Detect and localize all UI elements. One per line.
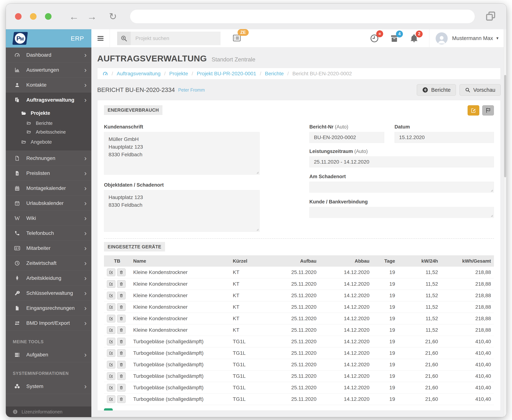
- sidebar-item-dashboard[interactable]: Dashboard ›: [6, 47, 91, 62]
- breadcrumb-projekt[interactable]: Projekt BU-PR-2020-0001: [197, 71, 256, 77]
- sidebar-item-urlaubskalender[interactable]: Urlaubskalender ›: [6, 196, 91, 211]
- sidebar-item-preislisten[interactable]: Preislisten ›: [6, 166, 91, 181]
- resize-grip-icon[interactable]: [256, 171, 259, 174]
- logo-letter-p: P: [16, 35, 21, 42]
- row-edit-button[interactable]: [107, 349, 115, 357]
- sidebar-item-angebote[interactable]: Angebote: [6, 136, 91, 148]
- device-abbau-cell: 14.12.2020: [319, 347, 372, 359]
- home-icon[interactable]: [103, 71, 108, 76]
- row-edit-button[interactable]: [107, 280, 115, 288]
- inbox-icon[interactable]: 4: [390, 34, 399, 43]
- back-to-berichte-button[interactable]: Berichte: [417, 84, 456, 96]
- row-delete-button[interactable]: [117, 269, 126, 276]
- row-delete-button[interactable]: [117, 338, 126, 345]
- bericht-nr-input[interactable]: [309, 132, 384, 143]
- add-device-button[interactable]: +: [104, 408, 113, 411]
- hamburger-menu-icon[interactable]: [91, 34, 110, 42]
- row-edit-button[interactable]: [107, 384, 115, 391]
- row-edit-button[interactable]: [107, 269, 115, 276]
- kunde-bankverbindung-textarea[interactable]: [309, 207, 494, 218]
- url-bar[interactable]: [130, 10, 475, 23]
- sidebar-item-auftragsverwaltung[interactable]: Auftragsverwaltung ›: [6, 92, 91, 107]
- sidebar-item-projekte[interactable]: Projekte: [6, 107, 91, 119]
- sidebar-item-aufgaben[interactable]: Aufgaben ›: [6, 347, 91, 362]
- maximize-window-button[interactable]: [45, 13, 52, 20]
- sidebar-item-system[interactable]: System ›: [6, 379, 91, 394]
- sidebar-item-kontakte[interactable]: Kontakte ›: [6, 77, 91, 92]
- sidebar-item-montagekalender[interactable]: Montagekalender ›: [6, 181, 91, 196]
- objektdaten-textarea[interactable]: Hauptplatz 123 8330 Feldbach: [104, 190, 260, 232]
- main: ZE: [91, 29, 506, 417]
- resize-grip-icon[interactable]: [256, 228, 259, 231]
- chevron-right-icon: ›: [84, 155, 87, 162]
- row-edit-button[interactable]: [107, 315, 115, 322]
- row-delete-button[interactable]: [117, 372, 126, 380]
- row-edit-button[interactable]: [107, 292, 115, 299]
- sidebar-footer-lizenzinformationen[interactable]: Lizenzinformationen: [6, 406, 91, 417]
- device-tage-cell: 19: [372, 324, 398, 336]
- sidebar-item-arbeitsscheine[interactable]: Arbeitsscheine: [6, 128, 91, 136]
- sidebar-item-zeitwirtschaft[interactable]: Zeitwirtschaft ›: [6, 256, 91, 271]
- device-abbau-cell: 14.12.2020: [319, 290, 372, 301]
- ze-time-entry-icon[interactable]: ZE: [232, 33, 241, 43]
- row-edit-button[interactable]: [107, 326, 115, 334]
- edit-report-button[interactable]: [467, 105, 479, 115]
- scrollbar-thumb[interactable]: [504, 75, 506, 177]
- sidebar-item-mitarbeiter[interactable]: Mitarbeiter ›: [6, 241, 91, 256]
- am-schadenort-textarea[interactable]: [309, 182, 494, 193]
- row-delete-button[interactable]: [117, 280, 126, 288]
- tabs-overview-icon[interactable]: [485, 10, 496, 22]
- bell-icon[interactable]: 2: [409, 34, 419, 43]
- flag-report-button[interactable]: [482, 105, 494, 115]
- row-delete-button[interactable]: [117, 303, 126, 311]
- sidebar-item-rechnungen[interactable]: Rechnungen ›: [6, 151, 91, 166]
- sidebar-item-berichte[interactable]: Berichte: [6, 119, 91, 128]
- minimize-window-button[interactable]: [30, 13, 37, 20]
- row-edit-button[interactable]: [107, 303, 115, 311]
- datum-input[interactable]: [394, 132, 494, 143]
- sidebar-item-arbeitskleidung[interactable]: Arbeitskleidung ›: [6, 271, 91, 286]
- resize-grip-icon[interactable]: [490, 189, 493, 192]
- sidebar-item-eingangsrechnungen[interactable]: Eingangsrechnungen ›: [6, 301, 91, 316]
- device-tage-cell: 19: [372, 313, 398, 324]
- row-delete-button[interactable]: [117, 361, 126, 368]
- row-delete-button[interactable]: [117, 384, 126, 391]
- sidebar-item-wiki[interactable]: W Wiki ›: [6, 211, 91, 226]
- row-edit-button[interactable]: [107, 372, 115, 380]
- row-delete-button[interactable]: [117, 395, 126, 403]
- search-zoom-button[interactable]: [117, 32, 131, 45]
- row-edit-button[interactable]: [107, 395, 115, 403]
- vorschau-button[interactable]: Vorschau: [460, 84, 501, 96]
- device-kurzel-cell: TG1L: [230, 336, 267, 347]
- close-window-button[interactable]: [15, 13, 22, 20]
- time-tracking-clock-icon[interactable]: [370, 34, 379, 43]
- device-tage-cell: 19: [372, 267, 398, 278]
- divider: [104, 238, 494, 239]
- leistungszeitraum-input[interactable]: [309, 157, 494, 167]
- device-kurzel-cell: TG1L: [230, 393, 267, 405]
- kundenanschrift-textarea[interactable]: Müller GmbH Hauptplatz 123 8330 Feldbach: [104, 132, 260, 175]
- row-delete-button[interactable]: [117, 292, 126, 299]
- row-delete-button[interactable]: [117, 326, 126, 334]
- sidebar-item-telefonbuch[interactable]: Telefonbuch ›: [6, 226, 91, 241]
- breadcrumb-auftragsverwaltung[interactable]: Auftragsverwaltung: [117, 71, 161, 77]
- search-input[interactable]: [131, 32, 221, 45]
- row-edit-button[interactable]: [107, 338, 115, 345]
- chevron-right-icon: ›: [84, 82, 87, 89]
- row-edit-button[interactable]: [107, 361, 115, 368]
- device-kwh-cell: 410,40: [441, 382, 494, 393]
- breadcrumb-projekte[interactable]: Projekte: [169, 71, 188, 77]
- device-aufbau-cell: 25.11.2020: [267, 290, 319, 301]
- row-delete-button[interactable]: [117, 315, 126, 322]
- sidebar-item-bmd-import-export[interactable]: BMD Import/Export ›: [6, 316, 91, 331]
- browser-forward-button[interactable]: →: [87, 12, 97, 21]
- row-delete-button[interactable]: [117, 349, 126, 357]
- browser-reload-button[interactable]: ↻: [109, 12, 117, 21]
- user-menu[interactable]: Mustermann Max ▼: [429, 29, 506, 47]
- resize-grip-icon[interactable]: [490, 214, 493, 217]
- scrollbar[interactable]: [504, 29, 506, 417]
- browser-back-button[interactable]: ←: [69, 12, 79, 21]
- sidebar-item-auswertungen[interactable]: Auswertungen ›: [6, 62, 91, 77]
- sidebar-item-schluesselverwaltung[interactable]: Schlüsselverwaltung ›: [6, 286, 91, 301]
- breadcrumb-berichte[interactable]: Berichte: [265, 71, 284, 77]
